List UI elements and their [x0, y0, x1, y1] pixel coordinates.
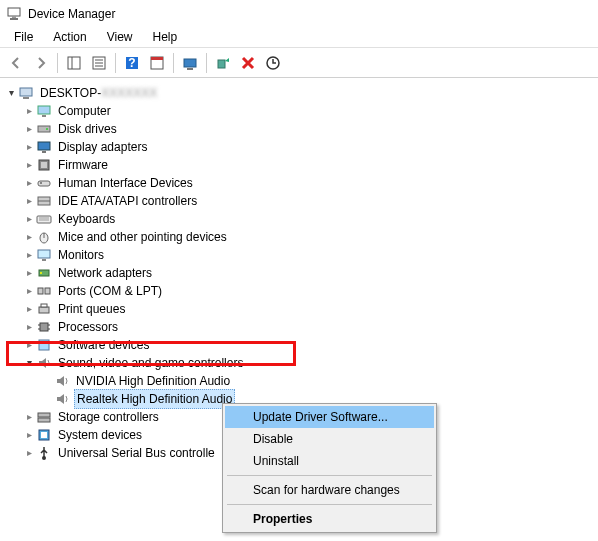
tree-root[interactable]: DESKTOP-XXXXXXX: [4, 84, 598, 102]
tree-item[interactable]: Computer: [4, 102, 598, 120]
tree-item-label: Software devices: [56, 336, 151, 354]
menu-action[interactable]: Action: [43, 28, 96, 47]
tree-child[interactable]: NVIDIA High Definition Audio: [4, 372, 598, 390]
tree-item-label: Sound, video and game controllers: [56, 354, 245, 372]
device-category-icon: [36, 139, 52, 155]
svg-point-28: [40, 182, 42, 184]
ctx-disable[interactable]: Disable: [225, 428, 434, 450]
device-category-icon: [36, 445, 52, 461]
tree-item[interactable]: Network adapters: [4, 264, 598, 282]
svg-rect-26: [41, 162, 47, 168]
window-title: Device Manager: [28, 7, 115, 21]
chevron-right-icon[interactable]: [22, 138, 36, 156]
help-button[interactable]: ?: [120, 51, 144, 75]
svg-rect-50: [38, 413, 50, 417]
tree-item-label: Processors: [56, 318, 120, 336]
svg-rect-12: [151, 57, 163, 60]
chevron-right-icon[interactable]: [22, 210, 36, 228]
svg-rect-13: [184, 59, 196, 67]
ctx-separator: [227, 504, 432, 505]
svg-rect-44: [40, 323, 48, 331]
tree-item[interactable]: Human Interface Devices: [4, 174, 598, 192]
tree-item[interactable]: Keyboards: [4, 210, 598, 228]
chevron-right-icon[interactable]: [22, 426, 36, 444]
svg-rect-0: [8, 8, 20, 16]
update-driver-button[interactable]: [178, 51, 202, 75]
device-category-icon: [36, 103, 52, 119]
separator: [57, 53, 58, 73]
device-category-icon: [36, 265, 52, 281]
sound-icon: [54, 373, 70, 389]
svg-rect-37: [42, 259, 46, 261]
tree-item[interactable]: Ports (COM & LPT): [4, 282, 598, 300]
tree-item-label: Universal Serial Bus controlle: [56, 444, 217, 462]
tree-item[interactable]: Processors: [4, 318, 598, 336]
tree-item[interactable]: Firmware: [4, 156, 598, 174]
action-button[interactable]: [145, 51, 169, 75]
svg-rect-15: [218, 60, 225, 68]
menu-file[interactable]: File: [4, 28, 43, 47]
tree-item[interactable]: IDE ATA/ATAPI controllers: [4, 192, 598, 210]
chevron-right-icon[interactable]: [22, 444, 36, 462]
separator: [115, 53, 116, 73]
chevron-right-icon[interactable]: [22, 174, 36, 192]
chevron-right-icon[interactable]: [22, 282, 36, 300]
tree-child-label: Realtek High Definition Audio: [74, 389, 235, 409]
scan-hardware-button[interactable]: [261, 51, 285, 75]
svg-rect-42: [39, 307, 49, 313]
device-category-icon: [36, 247, 52, 263]
svg-rect-3: [68, 57, 80, 69]
svg-rect-49: [39, 340, 49, 350]
device-category-icon: [36, 121, 52, 137]
device-category-icon: [36, 427, 52, 443]
tree-child-label: NVIDIA High Definition Audio: [74, 372, 232, 390]
tree-item[interactable]: Sound, video and game controllers: [4, 354, 598, 372]
device-category-icon: [36, 319, 52, 335]
svg-rect-18: [23, 97, 29, 99]
chevron-right-icon[interactable]: [22, 246, 36, 264]
enable-button[interactable]: [211, 51, 235, 75]
chevron-right-icon[interactable]: [22, 336, 36, 354]
svg-rect-19: [38, 106, 50, 114]
chevron-right-icon[interactable]: [22, 408, 36, 426]
chevron-down-icon[interactable]: [22, 354, 36, 372]
svg-rect-43: [41, 304, 47, 307]
chevron-down-icon[interactable]: [4, 84, 18, 102]
device-category-icon: [36, 193, 52, 209]
tree-item[interactable]: Display adapters: [4, 138, 598, 156]
ctx-scan-hardware[interactable]: Scan for hardware changes: [225, 479, 434, 501]
chevron-right-icon[interactable]: [22, 156, 36, 174]
tree-root-label: DESKTOP-XXXXXXX: [38, 84, 159, 102]
chevron-right-icon[interactable]: [22, 120, 36, 138]
tree-item[interactable]: Print queues: [4, 300, 598, 318]
menu-view[interactable]: View: [97, 28, 143, 47]
svg-rect-17: [20, 88, 32, 96]
tree-item-label: Storage controllers: [56, 408, 161, 426]
ctx-update-driver[interactable]: Update Driver Software...: [225, 406, 434, 428]
tree-item-label: Ports (COM & LPT): [56, 282, 164, 300]
svg-rect-40: [38, 288, 43, 294]
tree-item[interactable]: Mice and other pointing devices: [4, 228, 598, 246]
tree-item[interactable]: Disk drives: [4, 120, 598, 138]
ctx-uninstall[interactable]: Uninstall: [225, 450, 434, 472]
tree-item-label: Computer: [56, 102, 113, 120]
uninstall-button[interactable]: [236, 51, 260, 75]
chevron-right-icon[interactable]: [22, 264, 36, 282]
tree-item[interactable]: Software devices: [4, 336, 598, 354]
chevron-right-icon[interactable]: [22, 318, 36, 336]
chevron-right-icon[interactable]: [22, 300, 36, 318]
forward-button[interactable]: [29, 51, 53, 75]
device-category-icon: [36, 211, 52, 227]
tree-item[interactable]: Monitors: [4, 246, 598, 264]
chevron-right-icon[interactable]: [22, 228, 36, 246]
menu-help[interactable]: Help: [143, 28, 188, 47]
tree-item-label: Mice and other pointing devices: [56, 228, 229, 246]
back-button[interactable]: [4, 51, 28, 75]
svg-rect-27: [38, 181, 50, 186]
chevron-right-icon[interactable]: [22, 192, 36, 210]
show-hide-tree-button[interactable]: [62, 51, 86, 75]
chevron-right-icon[interactable]: [22, 102, 36, 120]
ctx-properties[interactable]: Properties: [225, 508, 434, 530]
svg-text:?: ?: [128, 56, 135, 70]
properties-button[interactable]: [87, 51, 111, 75]
